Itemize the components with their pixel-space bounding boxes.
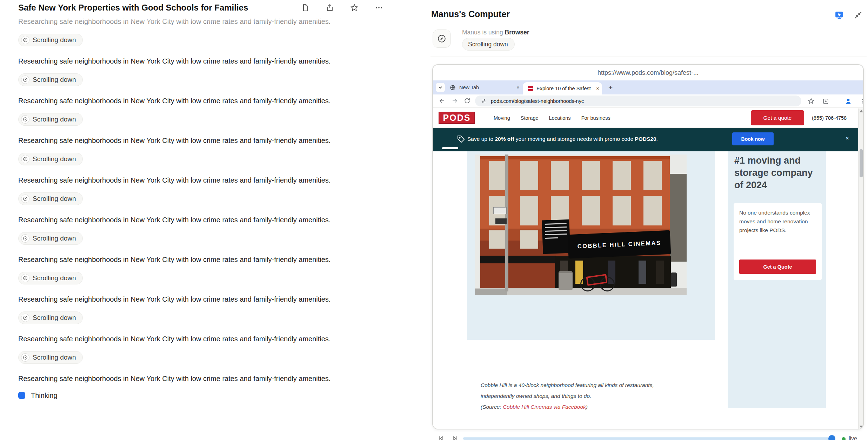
- task-timeline: Researching safe neighborhoods in New Yo…: [18, 0, 397, 400]
- scrolling-down-badge[interactable]: Scrolling down: [18, 34, 83, 46]
- extensions-icon[interactable]: [822, 98, 829, 105]
- close-tab-icon[interactable]: ×: [516, 84, 520, 90]
- action-badge-label: Scrolling down: [33, 274, 76, 282]
- pods-sidebar-ad: #1 moving and storage company of 2024 No…: [728, 151, 826, 408]
- scrolling-down-badge[interactable]: Scrolling down: [18, 113, 83, 126]
- nav-for-business[interactable]: For business: [581, 115, 610, 121]
- scrolling-down-badge[interactable]: Scrolling down: [18, 73, 83, 86]
- star-icon[interactable]: [350, 3, 359, 12]
- session-player: live: [430, 434, 868, 440]
- action-badge-row: Scrolling down: [18, 192, 397, 205]
- profile-icon[interactable]: [845, 98, 852, 105]
- browser-compass-icon: [21, 274, 29, 282]
- action-badge-row: Scrolling down: [18, 73, 397, 86]
- nav-storage[interactable]: Storage: [521, 115, 539, 121]
- browser-compass-icon: [21, 155, 29, 163]
- pods-favicon: [528, 86, 533, 91]
- back-icon[interactable]: [439, 97, 446, 104]
- tag-icon: [457, 135, 465, 143]
- get-a-quote-button[interactable]: Get a quote: [751, 110, 804, 125]
- computer-panel-title: Manus's Computer: [431, 9, 510, 19]
- tab-active-pods[interactable]: Explore 10 of the Safest ×: [523, 82, 602, 94]
- new-tab-button[interactable]: +: [608, 83, 613, 92]
- cinema-marquee: COBBLE HILL CINEMAS: [568, 230, 671, 259]
- scrolling-down-badge[interactable]: Scrolling down: [18, 311, 83, 324]
- scrolling-down-badge[interactable]: Scrolling down: [18, 153, 83, 165]
- status-tool: Browser: [505, 29, 529, 36]
- action-badge-label: Scrolling down: [33, 36, 76, 44]
- research-status-text: Researching safe neighborhoods in New Yo…: [18, 255, 397, 264]
- scroll-up-icon[interactable]: [860, 110, 863, 112]
- scrolling-down-badge[interactable]: Scrolling down: [18, 192, 83, 205]
- article-figure: COBBLE HILL CINEMAS Cobble Hill is a 40-…: [467, 151, 715, 340]
- book-now-button[interactable]: Book now: [732, 132, 774, 145]
- share-icon[interactable]: [325, 3, 334, 12]
- research-status-text: Researching safe neighborhoods in New Yo…: [18, 374, 397, 383]
- browser-compass-icon: [21, 115, 29, 124]
- research-status-text: Researching safe neighborhoods in New Yo…: [18, 215, 397, 224]
- scrollbar-thumb[interactable]: [860, 149, 863, 177]
- status-line: Manus is using Browser: [462, 29, 529, 36]
- browser-menu-icon[interactable]: [860, 98, 864, 104]
- page-scrollbar[interactable]: [858, 109, 863, 429]
- bookmark-star-icon[interactable]: [808, 98, 815, 105]
- action-badge-label: Scrolling down: [33, 314, 76, 322]
- figure-caption-line2: independently owned shops, and things to…: [481, 393, 591, 399]
- nav-locations[interactable]: Locations: [549, 115, 571, 121]
- thinking-row: Thinking: [18, 391, 397, 400]
- action-badge-row: Scrolling down: [18, 351, 397, 364]
- research-status-text: Researching safe neighborhoods in New Yo…: [18, 334, 397, 343]
- url-overlay: https://www.pods.com/blog/safest-...: [433, 65, 863, 80]
- action-badge-label: Scrolling down: [33, 235, 76, 242]
- sidebar-card-text: No one understands complex moves and hom…: [739, 208, 816, 235]
- timeline-slider[interactable]: [463, 438, 832, 440]
- task-title: Safe New York Properties with Good Schoo…: [18, 3, 248, 13]
- close-banner-icon[interactable]: ×: [846, 135, 849, 142]
- action-badge-row: Scrolling down: [18, 113, 397, 126]
- browser-viewport: https://www.pods.com/blog/safest-... New…: [432, 64, 864, 429]
- screen-share-icon[interactable]: [835, 11, 844, 20]
- figure-caption-line1: Cobble Hill is a 40-block neighborhood f…: [481, 382, 654, 388]
- scrolling-down-badge[interactable]: Scrolling down: [18, 351, 83, 364]
- live-indicator-dot: [842, 437, 846, 440]
- get-a-quote-button[interactable]: Get a Quote: [739, 260, 816, 274]
- scrolling-down-badge[interactable]: Scrolling down: [18, 232, 83, 245]
- task-toolbar: [301, 3, 383, 12]
- address-bar: pods.com/blog/safest-neighborhoods-nyc: [433, 94, 863, 108]
- address-input[interactable]: pods.com/blog/safest-neighborhoods-nyc: [475, 96, 801, 106]
- collapse-icon[interactable]: [854, 11, 862, 19]
- globe-icon: [450, 85, 456, 91]
- pods-nav: Moving Storage Locations For business: [494, 108, 610, 128]
- browser-compass-icon: [21, 314, 29, 322]
- close-tab-icon[interactable]: ×: [596, 85, 599, 91]
- nav-moving[interactable]: Moving: [494, 115, 510, 121]
- scrolling-down-badge[interactable]: Scrolling down: [462, 38, 515, 51]
- research-status-text: Researching safe neighborhoods in New Yo…: [18, 57, 397, 66]
- scrolling-down-badge[interactable]: Scrolling down: [18, 272, 83, 284]
- tab-search-chevron-icon[interactable]: [436, 83, 445, 92]
- skip-to-start-icon[interactable]: [438, 435, 445, 440]
- app-window: Researching safe neighborhoods in New Yo…: [0, 0, 868, 440]
- skip-to-live-icon[interactable]: [452, 435, 459, 440]
- panel-divider: [430, 57, 867, 57]
- fire-hydrant: [671, 272, 677, 287]
- figure-source: (Source: Cobble Hill Cinemas via Faceboo…: [481, 404, 588, 410]
- reload-icon[interactable]: [464, 97, 470, 104]
- new-document-icon[interactable]: [301, 3, 310, 12]
- action-badge-label: Scrolling down: [33, 76, 76, 84]
- phone-number[interactable]: (855) 706-4758: [812, 115, 847, 121]
- research-status-text: Researching safe neighborhoods in New Yo…: [18, 136, 397, 145]
- browser-compass-icon: [21, 36, 29, 44]
- action-badge-row: Scrolling down: [18, 34, 397, 46]
- browser-compass-icon: [21, 234, 29, 243]
- pods-logo[interactable]: PODS: [439, 112, 475, 124]
- action-badge-label: Scrolling down: [33, 116, 76, 123]
- carousel-indicator: [442, 147, 458, 149]
- scroll-down-icon[interactable]: [860, 426, 863, 428]
- site-info-icon: [481, 98, 487, 104]
- tab-new-tab[interactable]: New Tab: [447, 80, 521, 94]
- more-icon[interactable]: [374, 3, 383, 12]
- forward-icon[interactable]: [451, 97, 458, 104]
- source-link[interactable]: Cobble Hill Cinemas via Facebook: [503, 404, 586, 410]
- timeline-knob[interactable]: [828, 435, 835, 440]
